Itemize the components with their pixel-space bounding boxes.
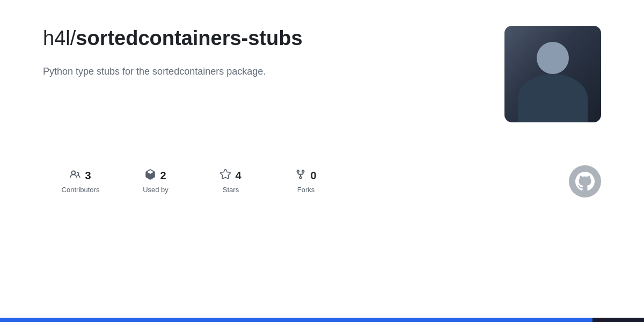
fork-icon: [295, 169, 306, 182]
contributors-icon: [70, 169, 80, 182]
bottom-bar-dark: [592, 318, 644, 322]
stars-count: 4: [235, 170, 241, 182]
main-container: h4l/sortedcontainers-stubs Python type s…: [0, 0, 644, 290]
avatar: [504, 26, 601, 122]
stat-contributors[interactable]: 3 Contributors: [43, 169, 118, 194]
repo-title: h4l/sortedcontainers-stubs: [43, 26, 419, 52]
stat-used-by[interactable]: 2 Used by: [118, 169, 193, 194]
forks-count: 0: [310, 170, 316, 182]
used-by-count: 2: [160, 170, 166, 182]
stat-stars-top: 4: [220, 169, 241, 182]
repo-name[interactable]: sortedcontainers-stubs: [76, 27, 302, 49]
stat-forks-top: 0: [295, 169, 316, 182]
github-icon-container[interactable]: [569, 165, 601, 197]
repo-owner[interactable]: h4l/: [43, 27, 76, 49]
stats-row: 3 Contributors 2 Used by: [43, 165, 601, 197]
contributors-count: 3: [85, 170, 91, 182]
stat-contributors-top: 3: [70, 169, 91, 182]
avatar-container: [504, 26, 601, 122]
package-icon: [145, 169, 156, 182]
used-by-label: Used by: [143, 186, 169, 194]
forks-label: Forks: [297, 186, 315, 194]
github-icon: [569, 165, 601, 197]
repo-header: h4l/sortedcontainers-stubs Python type s…: [43, 26, 601, 122]
stat-used-by-top: 2: [145, 169, 166, 182]
star-icon: [220, 169, 231, 182]
stat-stars[interactable]: 4 Stars: [193, 169, 268, 194]
contributors-label: Contributors: [62, 186, 100, 194]
stars-label: Stars: [223, 186, 239, 194]
bottom-bar-blue: [0, 318, 592, 322]
stat-forks[interactable]: 0 Forks: [268, 169, 343, 194]
repo-info: h4l/sortedcontainers-stubs Python type s…: [43, 26, 419, 79]
repo-description: Python type stubs for the sortedcontaine…: [43, 64, 419, 79]
